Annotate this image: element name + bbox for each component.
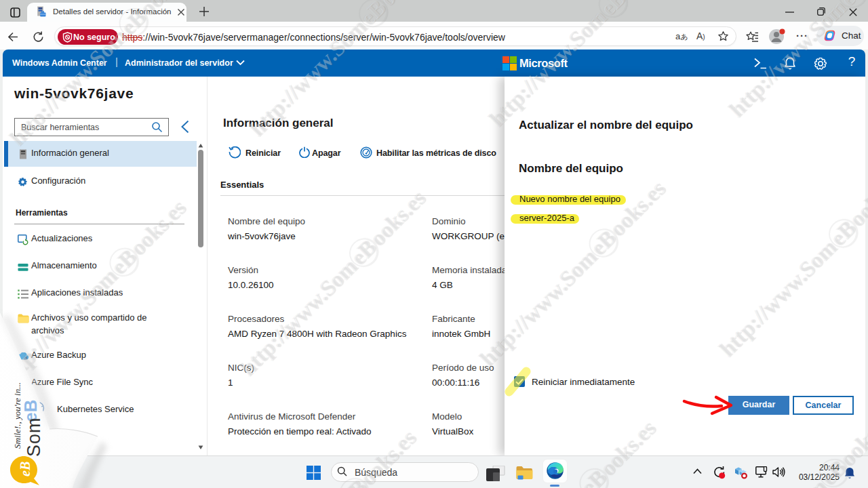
svg-text:eB: eB xyxy=(18,462,33,476)
